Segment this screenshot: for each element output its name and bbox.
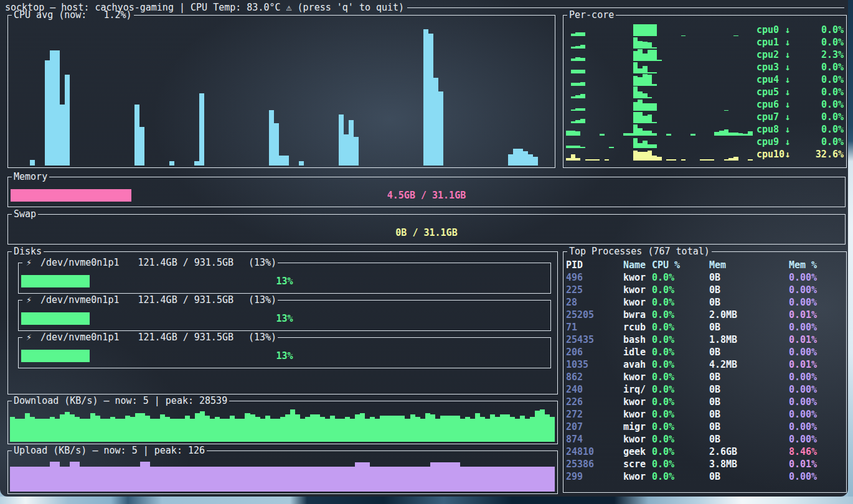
upload-bar [140, 462, 145, 492]
disk-entry: ⚡/dev/nvme0n1p1121.4GB / 931.5GB(13%)13% [18, 263, 551, 294]
core-history-bar [643, 93, 648, 98]
process-pid: 71 [566, 321, 623, 334]
core-history-bar [633, 112, 638, 123]
process-mem: 3.8MB [709, 458, 789, 470]
border-line [38, 214, 845, 215]
download-bar [420, 419, 425, 442]
download-bar [460, 419, 465, 442]
download-bar [70, 414, 75, 442]
core-history-chart [566, 136, 753, 148]
core-history-bar [705, 159, 710, 161]
process-name: idle [623, 346, 652, 358]
cpu-history-bar [349, 120, 354, 166]
upload-bar [300, 467, 305, 492]
disk-title-row: ⚡/dev/nvme0n1p1121.4GB / 931.5GB(13%) [19, 331, 550, 343]
core-row: cpu10↓32.6% [566, 148, 844, 161]
border-line [278, 263, 550, 263]
upload-bar [115, 467, 120, 492]
upload-bar [305, 467, 310, 492]
download-bar [435, 419, 440, 442]
core-history-bar [710, 159, 715, 161]
core-history-bar [748, 159, 753, 161]
process-table-header: PID Name CPU % Mem Mem % [566, 259, 844, 271]
process-mem-pct: 0.00% [789, 408, 844, 421]
process-cpu-pct: 0.0% [652, 421, 709, 433]
process-mem: 0B [709, 383, 789, 396]
cpu-avg-panel: CPU avg (now: 1.2%) [7, 15, 555, 168]
upload-bar [390, 467, 395, 492]
core-name: cpu4 ↓ [756, 73, 790, 86]
core-usage-value: 0.0% [821, 86, 844, 98]
download-bar [380, 416, 385, 442]
border-line [278, 300, 550, 301]
process-mem: 0B [709, 284, 789, 296]
upload-bar [380, 467, 385, 492]
process-row: 299kwor0.0%0B0.00% [566, 470, 844, 483]
disk-usage: 121.4GB / 931.5GB [138, 332, 233, 343]
core-history-bar [719, 131, 724, 136]
upload-bar [45, 467, 50, 492]
core-name: cpu9 ↓ [756, 136, 790, 148]
download-bar [425, 413, 430, 442]
download-bar [270, 419, 275, 442]
process-name: geek [623, 446, 652, 458]
download-bar [160, 414, 165, 442]
upload-bar [400, 467, 405, 492]
core-history-bar [671, 159, 676, 161]
download-bar [30, 417, 35, 442]
memory-title: Memory [12, 171, 49, 182]
core-history-bar [648, 75, 653, 86]
core-history-bar [633, 24, 638, 36]
cpu-history-bar [423, 29, 428, 166]
core-history-bar [633, 62, 638, 73]
process-name: bash [623, 334, 652, 346]
upload-bar [285, 467, 290, 492]
process-mem: 0B [709, 433, 789, 446]
disk-gauge: 13% [21, 275, 548, 287]
download-bar [55, 419, 60, 442]
download-bar [75, 417, 80, 442]
core-row: cpu2 ↓2.3% [566, 49, 844, 61]
upload-bar [540, 467, 545, 492]
cpu-history-bar [438, 91, 443, 166]
cpu-history-bar [169, 161, 174, 166]
core-label: cpu6 ↓0.0% [753, 98, 844, 111]
download-bar [455, 416, 460, 442]
download-bar [45, 419, 50, 442]
core-history-bar [648, 103, 653, 111]
core-usage-value: 32.6% [816, 148, 844, 161]
upload-bar [505, 467, 510, 492]
column-mem: Mem [709, 259, 789, 271]
download-bar [525, 419, 530, 442]
memory-usage-text: 4.5GB / 31.1GB [11, 189, 842, 202]
core-history-bar [633, 102, 638, 111]
download-bar [105, 419, 110, 442]
process-mem-pct: 0.00% [789, 346, 844, 358]
cpu-history-bar [428, 34, 433, 166]
upload-bar [270, 467, 275, 492]
disk-gauge: 13% [21, 312, 548, 325]
upload-bar [455, 462, 460, 492]
disk-title-row: ⚡/dev/nvme0n1p1121.4GB / 931.5GB(13%) [19, 256, 550, 269]
process-mem: 2.0MB [709, 309, 789, 321]
border-line [49, 177, 845, 177]
cpu-history-bar [50, 50, 55, 166]
download-bar [210, 419, 215, 442]
process-pid: 28 [566, 296, 623, 309]
download-bar [230, 416, 235, 442]
swap-title: Swap [12, 208, 38, 220]
core-history-bar [638, 77, 643, 86]
download-bar [490, 414, 495, 442]
upload-bar [30, 467, 35, 492]
process-row: 28kwor0.0%0B0.00% [566, 296, 844, 309]
process-name: kwor [623, 408, 652, 421]
download-bar [140, 413, 145, 442]
core-history-bar [590, 159, 595, 161]
process-name: scre [623, 458, 652, 470]
download-bar [265, 416, 270, 442]
cpu-avg-history-chart [10, 24, 553, 166]
process-mem-pct: 0.00% [789, 284, 844, 296]
process-name: kwor [623, 284, 652, 296]
upload-bar [110, 467, 115, 492]
download-bar [510, 417, 515, 442]
